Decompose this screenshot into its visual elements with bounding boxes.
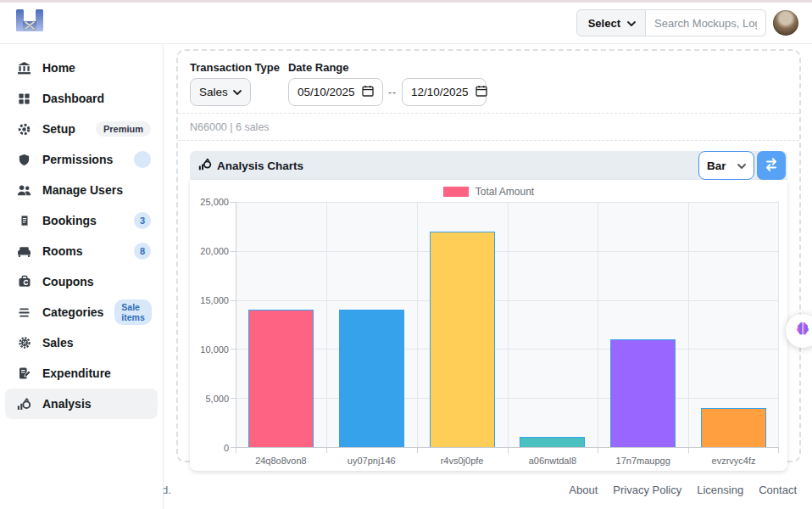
sidebar-item-sales[interactable]: Sales — [0, 327, 163, 358]
topbar: Select — [0, 3, 812, 44]
x-tick-mark — [778, 448, 779, 453]
legend-swatch — [443, 187, 469, 197]
sidebar-item-coupons[interactable]: Coupons — [0, 266, 163, 297]
sidebar-badge-rooms: 8 — [134, 243, 151, 260]
sidebar-item-dashboard[interactable]: Dashboard — [0, 83, 163, 114]
bar-24q8o8von8[interactable] — [248, 310, 314, 447]
sidebar-item-label: Home — [42, 61, 75, 75]
y-tick-label: 25,000 — [200, 197, 229, 207]
y-tick-label: 20,000 — [200, 246, 229, 256]
chart-type-select[interactable]: Bar — [698, 151, 754, 180]
expense-icon — [17, 366, 31, 381]
chart-plot — [236, 202, 779, 448]
bar-column — [598, 202, 688, 447]
panel-title-text: Analysis Charts — [217, 159, 303, 172]
analysis-container: Transaction Type Sales Date Range 05/10/… — [176, 49, 801, 462]
bar-uy07pnj146[interactable] — [339, 310, 404, 447]
sidebar-item-analysis[interactable]: Analysis — [5, 389, 158, 419]
sidebar-item-rooms[interactable]: Rooms8 — [0, 236, 163, 266]
panel-controls: Bar — [698, 151, 786, 180]
chart-card: Total Amount 25,00020,00015,00010,0005,0… — [190, 180, 787, 471]
sidebar-item-expenditure[interactable]: Expenditure — [0, 358, 163, 389]
topbar-actions: Select — [576, 9, 798, 36]
y-tick-label: 10,000 — [200, 344, 229, 355]
sidebar-item-label: Analysis — [42, 397, 92, 411]
footer-link-privacy-policy[interactable]: Privacy Policy — [613, 484, 681, 496]
grid-icon — [17, 92, 31, 106]
sales-summary: N66000 | 6 sales — [190, 121, 787, 133]
x-tick-mark — [326, 448, 327, 453]
brain-icon — [793, 320, 812, 342]
sidebar-item-bookings[interactable]: Bookings3 — [0, 205, 163, 236]
receipt-icon — [17, 214, 31, 228]
x-axis-label: 24q8o8von8 — [236, 456, 326, 466]
analysis-icon — [17, 397, 31, 411]
filters-row: Transaction Type Sales Date Range 05/10/… — [190, 61, 787, 106]
x-axis-label: uy07pnj146 — [326, 456, 417, 466]
broken-image-icon — [15, 8, 44, 37]
analysis-chart-icon — [198, 158, 212, 174]
calendar-icon[interactable] — [476, 85, 487, 99]
date-range-separator: -- — [388, 87, 397, 98]
bar-17n7maupgg[interactable] — [610, 339, 676, 447]
footer-link-contact[interactable]: Contact — [759, 484, 797, 496]
x-axis-label: r4vs0j0pfe — [417, 456, 508, 466]
divider — [178, 140, 799, 141]
sidebar-item-permissions[interactable]: Permissions — [0, 144, 163, 175]
footer-link-licensing[interactable]: Licensing — [697, 484, 743, 496]
chart-legend[interactable]: Total Amount — [198, 185, 779, 199]
gear-icon — [17, 122, 31, 137]
scope-select-label: Select — [588, 17, 620, 30]
date-range-label: Date Range — [288, 61, 487, 74]
sidebar-item-label: Coupons — [42, 275, 94, 288]
transaction-type-group: Transaction Type Sales — [190, 61, 280, 106]
sidebar-badge-setup: Premium — [96, 121, 151, 137]
legend-label: Total Amount — [476, 186, 534, 198]
sidebar-badge-categories: Sale items — [114, 299, 151, 325]
date-range-group: Date Range 05/10/2025 -- 12/10/2025 — [288, 61, 487, 106]
bar-evzrvyc4fz[interactable] — [701, 408, 766, 447]
search-input[interactable] — [646, 9, 766, 36]
sidebar-item-label: Sales — [42, 336, 74, 350]
sidebar-item-label: Permissions — [42, 153, 113, 166]
x-tick-mark — [598, 448, 598, 453]
date-to-value: 12/10/2025 — [411, 86, 469, 98]
bar-column — [507, 202, 598, 447]
swap-chart-button[interactable] — [757, 151, 786, 180]
y-tick-label: 15,000 — [200, 295, 229, 305]
divider — [178, 113, 799, 114]
date-to-input[interactable]: 12/10/2025 — [402, 78, 487, 106]
date-range-row: 05/10/2025 -- 12/10/2025 — [288, 78, 487, 106]
date-from-input[interactable]: 05/10/2025 — [288, 78, 383, 106]
app-logo[interactable] — [15, 8, 44, 37]
sidebar-item-setup[interactable]: SetupPremium — [0, 114, 163, 144]
footer-link-about[interactable]: About — [569, 484, 598, 496]
sidebar-item-label: Expenditure — [42, 366, 111, 380]
sidebar: HomeDashboardSetupPremiumPermissionsMana… — [0, 44, 164, 509]
main-content: Transaction Type Sales Date Range 05/10/… — [164, 44, 812, 468]
chart-area: 25,00020,00015,00010,0005,0000 — [198, 202, 779, 448]
y-axis: 25,00020,00015,00010,0005,0000 — [198, 202, 236, 448]
bar-a06nwtdal8[interactable] — [520, 437, 585, 447]
transaction-type-select[interactable]: Sales — [190, 78, 251, 106]
bar-column — [417, 202, 508, 447]
chevron-down-icon — [737, 159, 746, 172]
sidebar-item-label: Manage Users — [42, 183, 123, 197]
sidebar-nav: HomeDashboardSetupPremiumPermissionsMana… — [0, 53, 163, 419]
sidebar-item-label: Setup — [42, 122, 75, 136]
scope-select[interactable]: Select — [576, 9, 646, 36]
calendar-icon[interactable] — [362, 85, 374, 99]
x-tick-mark — [236, 448, 236, 453]
x-tick-mark — [417, 448, 418, 453]
swap-arrows-icon — [763, 156, 780, 176]
coupon-icon — [17, 275, 31, 289]
sidebar-item-label: Categories — [42, 305, 103, 319]
bar-r4vs0j0pfe[interactable] — [430, 232, 495, 447]
sidebar-item-categories[interactable]: CategoriesSale items — [0, 297, 163, 327]
sidebar-item-manage-users[interactable]: Manage Users — [0, 175, 163, 205]
user-avatar[interactable] — [773, 10, 798, 36]
chevron-down-icon — [233, 86, 242, 98]
sidebar-item-home[interactable]: Home — [0, 53, 163, 83]
y-tick-label: 5,000 — [205, 394, 229, 404]
y-tick-label: 0 — [224, 443, 229, 453]
